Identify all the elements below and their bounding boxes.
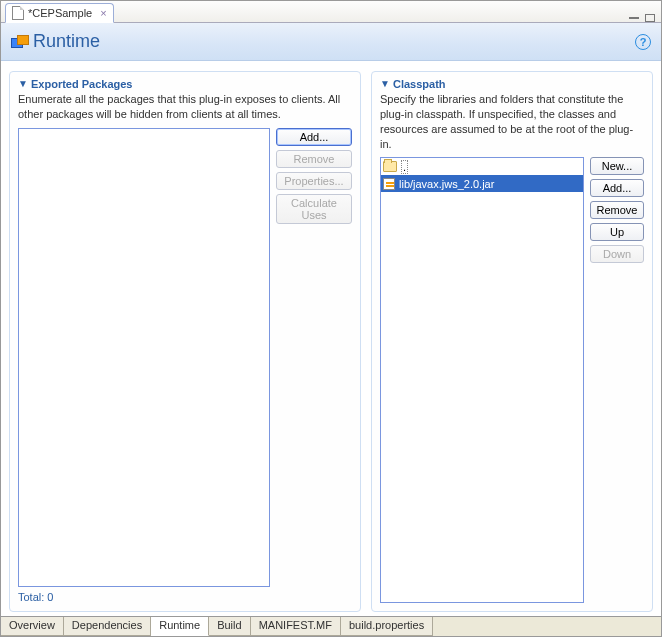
add-button[interactable]: Add... [276,128,352,146]
remove-button: Remove [276,150,352,168]
editor-window: *CEPSample × Runtime ? ▼ Exported Packag… [0,0,662,637]
exported-packages-section: ▼ Exported Packages Enumerate all the pa… [9,71,361,612]
runtime-icon [11,35,27,49]
list-item[interactable]: lib/javax.jws_2.0.jar [381,175,583,192]
page-title: Runtime [11,31,100,52]
editor-tabbar: *CEPSample × [1,1,661,23]
twisty-icon: ▼ [380,78,389,90]
editor-tab-cepsample[interactable]: *CEPSample × [5,3,114,23]
classpath-section: ▼ Classpath Specify the libraries and fo… [371,71,653,612]
classpath-list[interactable]: .lib/javax.jws_2.0.jar [380,157,584,603]
folder-icon [383,161,397,172]
classpath-header[interactable]: ▼ Classpath [380,78,644,90]
twisty-icon: ▼ [18,78,27,90]
tab-dependencies[interactable]: Dependencies [64,617,151,636]
tab-overview[interactable]: Overview [1,617,64,636]
classpath-body: .lib/javax.jws_2.0.jar New... Add... Rem… [380,157,644,603]
calculate-uses-button: Calculate Uses [276,194,352,224]
new-button[interactable]: New... [590,157,644,175]
close-icon[interactable]: × [100,7,106,19]
exported-packages-body: Add... Remove Properties... Calculate Us… [18,128,352,587]
list-item-label: lib/javax.jws_2.0.jar [399,178,494,190]
help-icon[interactable]: ? [635,34,651,50]
form-content: ▼ Exported Packages Enumerate all the pa… [1,61,661,616]
minimize-icon[interactable] [629,17,639,19]
down-button: Down [590,245,644,263]
plugin-file-icon [12,6,24,20]
editor-tab-title: *CEPSample [28,7,92,19]
exported-packages-buttons: Add... Remove Properties... Calculate Us… [276,128,352,587]
properties-button: Properties... [276,172,352,190]
exported-packages-title: Exported Packages [31,78,133,90]
exported-total: Total: 0 [18,591,352,603]
add-button[interactable]: Add... [590,179,644,197]
exported-packages-desc: Enumerate all the packages that this plu… [18,92,352,122]
classpath-buttons: New... Add... Remove Up Down [590,157,644,603]
list-item-label: . [401,160,408,174]
editor-page-tabs: OverviewDependenciesRuntimeBuildMANIFEST… [1,616,661,636]
list-item[interactable]: . [381,158,583,175]
form-title-bar: Runtime ? [1,23,661,61]
tab-build[interactable]: Build [209,617,250,636]
exported-packages-header[interactable]: ▼ Exported Packages [18,78,352,90]
tab-build-properties[interactable]: build.properties [341,617,433,636]
tab-runtime[interactable]: Runtime [151,617,209,636]
maximize-icon[interactable] [645,14,655,22]
remove-button[interactable]: Remove [590,201,644,219]
up-button[interactable]: Up [590,223,644,241]
exported-packages-list[interactable] [18,128,270,587]
jar-icon [383,178,395,190]
window-controls [629,14,655,22]
classpath-title: Classpath [393,78,446,90]
classpath-desc: Specify the libraries and folders that c… [380,92,644,151]
page-title-text: Runtime [33,31,100,52]
tab-manifest-mf[interactable]: MANIFEST.MF [251,617,341,636]
